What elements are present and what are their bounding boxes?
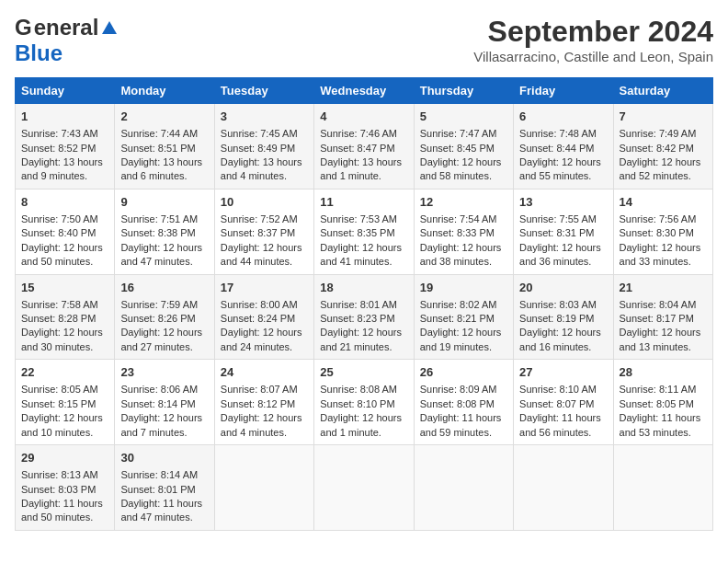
sunrise-text: Sunrise: 7:59 AM <box>120 299 198 310</box>
daylight-text: Daylight: 13 hours and 4 minutes. <box>221 156 302 181</box>
calendar-cell: 15Sunrise: 7:58 AMSunset: 8:28 PMDayligh… <box>16 274 115 360</box>
calendar-header-row: SundayMondayTuesdayWednesdayThursdayFrid… <box>16 78 713 104</box>
sunrise-text: Sunrise: 8:02 AM <box>420 299 497 310</box>
sunrise-text: Sunrise: 7:47 AM <box>420 128 497 139</box>
daylight-text: Daylight: 12 hours and 52 minutes. <box>620 156 701 181</box>
day-number: 21 <box>620 280 707 296</box>
daylight-text: Daylight: 12 hours and 38 minutes. <box>420 242 502 267</box>
day-number: 16 <box>120 280 208 296</box>
calendar-week-row: 8Sunrise: 7:50 AMSunset: 8:40 PMDaylight… <box>16 189 713 274</box>
calendar-cell: 19Sunrise: 8:02 AMSunset: 8:21 PMDayligh… <box>414 274 513 360</box>
daylight-text: Daylight: 11 hours and 56 minutes. <box>519 412 601 437</box>
day-number: 25 <box>320 364 407 381</box>
day-number: 1 <box>21 109 108 125</box>
logo-triangle-icon <box>102 21 117 34</box>
day-number: 26 <box>420 364 507 381</box>
sunset-text: Sunset: 8:01 PM <box>120 484 195 495</box>
day-number: 27 <box>519 364 607 381</box>
calendar-day-header: Saturday <box>613 78 712 104</box>
calendar-cell: 28Sunrise: 8:11 AMSunset: 8:05 PMDayligh… <box>613 360 712 445</box>
logo-eneral: eneral <box>34 15 99 40</box>
calendar-cell: 11Sunrise: 7:53 AMSunset: 8:35 PMDayligh… <box>314 189 414 274</box>
page-header: G eneral Blue September 2024 Villasarrac… <box>15 15 713 66</box>
calendar-cell <box>214 445 313 531</box>
sunrise-text: Sunrise: 7:50 AM <box>21 213 98 224</box>
sunset-text: Sunset: 8:35 PM <box>320 227 394 238</box>
daylight-text: Daylight: 12 hours and 16 minutes. <box>519 327 601 351</box>
daylight-text: Daylight: 12 hours and 41 minutes. <box>320 242 402 267</box>
sunrise-text: Sunrise: 8:00 AM <box>221 299 298 310</box>
calendar-cell: 7Sunrise: 7:49 AMSunset: 8:42 PMDaylight… <box>613 104 712 190</box>
sunrise-text: Sunrise: 7:58 AM <box>21 299 98 310</box>
calendar-week-row: 22Sunrise: 8:05 AMSunset: 8:15 PMDayligh… <box>16 360 713 445</box>
sunset-text: Sunset: 8:30 PM <box>620 227 694 238</box>
calendar-cell: 27Sunrise: 8:10 AMSunset: 8:07 PMDayligh… <box>514 360 613 445</box>
daylight-text: Daylight: 12 hours and 33 minutes. <box>620 242 701 267</box>
sunrise-text: Sunrise: 7:46 AM <box>320 128 397 139</box>
calendar-cell: 26Sunrise: 8:09 AMSunset: 8:08 PMDayligh… <box>414 360 513 445</box>
calendar-day-header: Monday <box>115 78 214 104</box>
day-number: 29 <box>21 450 108 466</box>
day-number: 17 <box>221 280 308 296</box>
sunrise-text: Sunrise: 7:53 AM <box>320 213 397 224</box>
daylight-text: Daylight: 11 hours and 47 minutes. <box>120 498 202 523</box>
page-title: September 2024 <box>473 15 713 49</box>
sunset-text: Sunset: 8:37 PM <box>221 227 295 238</box>
sunrise-text: Sunrise: 7:44 AM <box>120 128 198 139</box>
sunset-text: Sunset: 8:47 PM <box>320 143 394 154</box>
day-number: 11 <box>320 194 407 211</box>
sunset-text: Sunset: 8:17 PM <box>620 313 694 324</box>
day-number: 24 <box>221 364 308 381</box>
daylight-text: Daylight: 13 hours and 1 minute. <box>320 156 402 181</box>
sunrise-text: Sunrise: 8:03 AM <box>519 299 597 310</box>
day-number: 22 <box>21 364 108 381</box>
calendar-cell: 29Sunrise: 8:13 AMSunset: 8:03 PMDayligh… <box>16 445 115 531</box>
day-number: 6 <box>519 109 607 125</box>
calendar-cell: 14Sunrise: 7:56 AMSunset: 8:30 PMDayligh… <box>613 189 712 274</box>
sunset-text: Sunset: 8:42 PM <box>620 143 694 154</box>
daylight-text: Daylight: 11 hours and 50 minutes. <box>21 498 103 523</box>
sunset-text: Sunset: 8:21 PM <box>420 313 495 324</box>
sunrise-text: Sunrise: 7:49 AM <box>620 128 697 139</box>
sunrise-text: Sunrise: 7:48 AM <box>519 128 597 139</box>
day-number: 23 <box>120 364 208 381</box>
day-number: 2 <box>120 109 208 125</box>
calendar-cell: 18Sunrise: 8:01 AMSunset: 8:23 PMDayligh… <box>314 274 414 360</box>
sunrise-text: Sunrise: 8:13 AM <box>21 469 98 480</box>
day-number: 10 <box>221 194 308 211</box>
sunrise-text: Sunrise: 8:04 AM <box>620 299 697 310</box>
daylight-text: Daylight: 12 hours and 47 minutes. <box>120 242 202 267</box>
sunrise-text: Sunrise: 7:43 AM <box>21 128 98 139</box>
calendar-day-header: Tuesday <box>214 78 313 104</box>
sunset-text: Sunset: 8:40 PM <box>21 227 96 238</box>
day-number: 3 <box>221 109 308 125</box>
sunset-text: Sunset: 8:23 PM <box>320 313 394 324</box>
sunrise-text: Sunrise: 8:11 AM <box>620 384 697 395</box>
calendar-cell: 1Sunrise: 7:43 AMSunset: 8:52 PMDaylight… <box>16 104 115 190</box>
daylight-text: Daylight: 11 hours and 59 minutes. <box>420 412 502 437</box>
sunrise-text: Sunrise: 7:56 AM <box>620 213 697 224</box>
day-number: 13 <box>519 194 607 211</box>
daylight-text: Daylight: 12 hours and 21 minutes. <box>320 327 402 351</box>
logo-blue: Blue <box>15 40 63 66</box>
daylight-text: Daylight: 12 hours and 55 minutes. <box>519 156 601 181</box>
calendar-cell: 2Sunrise: 7:44 AMSunset: 8:51 PMDaylight… <box>115 104 214 190</box>
sunset-text: Sunset: 8:05 PM <box>620 398 694 409</box>
sunset-text: Sunset: 8:33 PM <box>420 227 495 238</box>
page-subtitle: Villasarracino, Castille and Leon, Spain <box>473 49 713 64</box>
calendar-cell <box>314 445 414 531</box>
calendar-table: SundayMondayTuesdayWednesdayThursdayFrid… <box>15 77 713 531</box>
calendar-cell <box>613 445 712 531</box>
day-number: 28 <box>620 364 707 381</box>
sunset-text: Sunset: 8:45 PM <box>420 143 495 154</box>
day-number: 20 <box>519 280 607 296</box>
day-number: 8 <box>21 194 108 211</box>
day-number: 7 <box>620 109 707 125</box>
sunset-text: Sunset: 8:08 PM <box>420 398 495 409</box>
sunrise-text: Sunrise: 7:52 AM <box>221 213 298 224</box>
day-number: 14 <box>620 194 707 211</box>
calendar-cell: 25Sunrise: 8:08 AMSunset: 8:10 PMDayligh… <box>314 360 414 445</box>
sunrise-text: Sunrise: 8:08 AM <box>320 384 397 395</box>
calendar-day-header: Friday <box>514 78 613 104</box>
calendar-cell: 30Sunrise: 8:14 AMSunset: 8:01 PMDayligh… <box>115 445 214 531</box>
